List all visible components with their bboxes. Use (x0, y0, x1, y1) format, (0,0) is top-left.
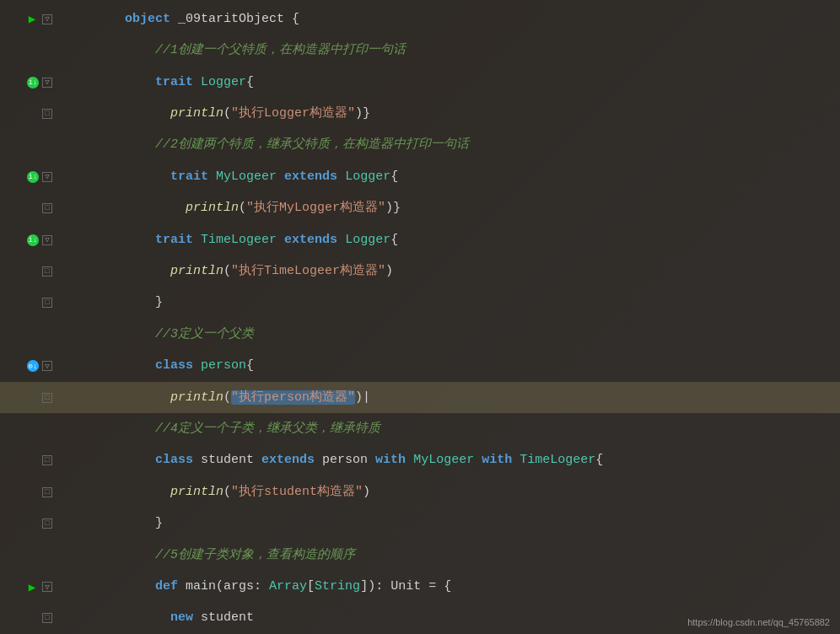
run-arrow-icon-1[interactable]: ▶ (25, 13, 39, 26)
fold-icon-3[interactable]: ▽ (42, 78, 52, 88)
gutter-16: □ (0, 487, 57, 497)
gutter-6: i↓ ▽ (0, 171, 57, 183)
gutter-4: □ (0, 109, 57, 119)
fold-icon-16[interactable]: □ (42, 487, 52, 497)
gutter-10: □ (0, 298, 57, 308)
fold-icon-6[interactable]: ▽ (42, 172, 52, 182)
code-content: ▶ ▽ object _09taritObject { //1创建一个父特质，在… (0, 0, 840, 634)
fold-icon-1[interactable]: ▽ (42, 14, 52, 24)
gutter-3: i↓ ▽ (0, 77, 57, 89)
gutter-9: □ (0, 266, 57, 277)
gutter-20: □ (0, 613, 57, 623)
gutter-15: □ (0, 455, 57, 465)
fold-icon-7[interactable]: □ (42, 203, 52, 213)
debug-dot-6[interactable]: i↓ (27, 171, 39, 183)
debug-dot-12[interactable]: ⊙↓ (27, 360, 39, 372)
debug-dot-8[interactable]: i↓ (27, 234, 39, 246)
fold-icon-8[interactable]: ▽ (42, 235, 52, 245)
gutter-13: □ (0, 393, 57, 403)
gutter-7: □ (0, 203, 57, 213)
fold-icon-15[interactable]: □ (42, 455, 52, 465)
gutter-17: □ (0, 518, 57, 529)
fold-icon-10[interactable]: □ (42, 298, 52, 308)
fold-icon-19[interactable]: ▽ (42, 582, 52, 592)
gutter-8: i↓ ▽ (0, 234, 57, 246)
fold-icon-20[interactable]: □ (42, 613, 52, 623)
url-watermark: https://blog.csdn.net/qq_45765882 (687, 617, 830, 627)
gutter-1: ▶ ▽ (0, 13, 57, 26)
run-arrow-icon-19[interactable]: ▶ (25, 580, 39, 594)
fold-icon-17[interactable]: □ (42, 518, 52, 529)
fold-icon-12[interactable]: ▽ (42, 361, 52, 371)
fold-icon-4[interactable]: □ (42, 109, 52, 119)
gutter-12: ⊙↓ ▽ (0, 360, 57, 372)
fold-icon-13[interactable]: □ (42, 393, 52, 403)
code-editor: ▶ ▽ object _09taritObject { //1创建一个父特质，在… (0, 0, 840, 634)
fold-icon-9[interactable]: □ (42, 266, 52, 277)
debug-dot-3[interactable]: i↓ (27, 77, 39, 89)
gutter-19: ▶ ▽ (0, 580, 57, 594)
keyword-new: new (170, 610, 193, 625)
